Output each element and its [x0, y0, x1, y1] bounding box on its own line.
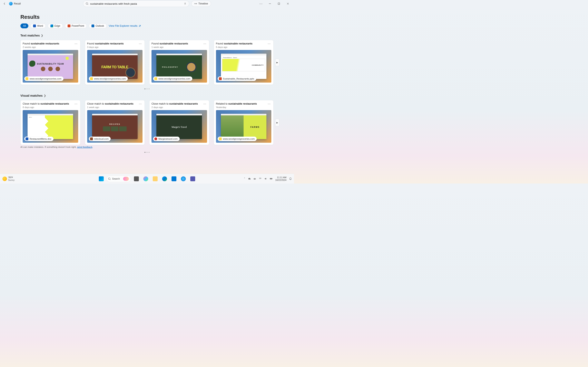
weather-widget[interactable]: 78°F Sunny — [0, 176, 15, 181]
web-icon — [154, 77, 157, 80]
teams-button[interactable] — [189, 175, 197, 183]
page-dot[interactable] — [145, 89, 145, 89]
card-title: Found sustainable restaurants — [23, 42, 59, 45]
visual-matches-heading[interactable]: Visual matches ❯ — [20, 94, 274, 97]
file-explorer-button[interactable] — [151, 175, 159, 183]
arrow-left-icon — [3, 2, 6, 5]
page-dot[interactable] — [145, 152, 145, 153]
close-button[interactable] — [283, 0, 292, 7]
card-more-button[interactable]: ⋯ — [203, 102, 207, 106]
timeline-button[interactable]: Timeline — [191, 1, 211, 7]
more-button[interactable]: ⋯ — [256, 0, 265, 7]
filter-word[interactable]: Word — [30, 24, 45, 28]
card-more-button[interactable]: ⋯ — [74, 42, 78, 45]
search-input[interactable] — [90, 2, 182, 5]
edge-button[interactable] — [160, 175, 169, 183]
search-bar[interactable] — [83, 0, 189, 7]
card-timestamp: 2 days ago — [151, 106, 207, 108]
chevron-right-icon: ❯ — [41, 34, 43, 37]
card-more-button[interactable]: ⋯ — [138, 42, 143, 45]
taskbar-search[interactable]: Search — [107, 175, 131, 182]
card-thumbnail: RECIPES relecloud.com — [87, 110, 143, 143]
result-card[interactable]: Related to sustainable restaurants ⋯ Yes… — [214, 100, 274, 145]
card-title: Close match to sustainable restaurants — [23, 102, 69, 105]
card-more-button[interactable]: ⋯ — [138, 102, 143, 106]
minimize-button[interactable] — [265, 0, 274, 7]
recall-icon — [181, 176, 186, 181]
source-chip: www.woodgrovegroceries.com — [218, 137, 257, 141]
cloud-icon[interactable] — [253, 177, 256, 180]
web-icon — [219, 137, 222, 140]
source-chip: RestaurantMenu.doc — [24, 137, 53, 141]
maximize-button[interactable] — [274, 0, 283, 7]
send-feedback-link[interactable]: send feedback — [77, 146, 93, 148]
search-area: Timeline — [83, 0, 211, 7]
card-title: Found sustainable restaurants — [87, 42, 124, 45]
card-title: Close match to sustainable restaurants — [151, 102, 198, 105]
web-icon — [26, 77, 28, 80]
page-dot[interactable] — [149, 152, 149, 153]
window-controls: ⋯ — [256, 0, 292, 7]
result-card[interactable]: Found sustainable restaurants ⋯ 5 days a… — [214, 40, 274, 85]
clock[interactable]: 11:11 AM 10/22/2024 — [275, 176, 286, 181]
back-button[interactable] — [2, 1, 7, 7]
page-dot[interactable] — [149, 89, 149, 89]
card-timestamp: 3 days ago — [87, 46, 143, 48]
result-card[interactable]: Found sustainable restaurants ⋯ 2 weeks … — [20, 40, 80, 85]
recall-taskbar-button[interactable] — [179, 175, 187, 183]
store-button[interactable] — [170, 175, 178, 183]
card-more-button[interactable]: ⋯ — [267, 102, 271, 106]
card-thumbnail: PHILOSOPHY www.woodgrovegroceries.com — [151, 50, 207, 83]
page-dot[interactable] — [147, 89, 147, 89]
card-title: Found sustainable restaurants — [151, 42, 188, 45]
onedrive-icon[interactable] — [248, 177, 251, 180]
result-card[interactable]: Close match to sustainable restaurants ⋯… — [85, 100, 145, 145]
folder-icon — [153, 176, 158, 181]
timeline-icon — [194, 2, 197, 5]
notifications-icon[interactable] — [289, 177, 292, 180]
result-card[interactable]: Close match to sustainable restaurants ⋯… — [20, 100, 80, 145]
battery-icon[interactable] — [270, 177, 273, 180]
volume-icon[interactable] — [264, 177, 267, 180]
word-icon — [33, 25, 36, 27]
source-chip: www.woodgrovegroceries.com — [89, 76, 128, 81]
windows-icon — [99, 176, 104, 181]
svg-point-3 — [108, 178, 110, 179]
filter-powerpoint[interactable]: PowerPoint — [65, 24, 87, 28]
page-dot[interactable] — [147, 152, 147, 153]
task-view-button[interactable] — [132, 175, 140, 183]
copilot-button[interactable] — [142, 175, 150, 183]
result-card[interactable]: Found sustainable restaurants ⋯ 3 days a… — [85, 40, 145, 85]
card-more-button[interactable]: ⋯ — [267, 42, 271, 45]
search-icon — [86, 2, 89, 5]
next-arrow-button[interactable]: ▶ — [275, 119, 279, 126]
start-button[interactable] — [97, 175, 105, 183]
results-heading: Results — [20, 14, 274, 20]
wifi-icon[interactable] — [259, 177, 262, 180]
card-more-button[interactable]: ⋯ — [74, 102, 78, 106]
text-matches-row: Found sustainable restaurants ⋯ 2 weeks … — [20, 40, 274, 85]
card-more-button[interactable]: ⋯ — [203, 42, 207, 45]
ai-disclaimer: AI can make mistakes. If something doesn… — [20, 146, 274, 148]
source-chip: relecloud.com — [89, 137, 111, 141]
microphone-icon[interactable] — [184, 2, 187, 5]
titlebar: Recall Timeline ⋯ — [0, 0, 294, 7]
view-file-explorer-link[interactable]: View File Explorer results — [109, 25, 141, 27]
next-arrow-button[interactable]: ▶ — [275, 59, 279, 66]
text-matches-heading[interactable]: Text matches ❯ — [20, 34, 274, 37]
filter-edge[interactable]: Edge — [48, 24, 63, 28]
outlook-icon — [91, 25, 94, 27]
filter-outlook[interactable]: Outlook — [89, 24, 107, 28]
filter-all[interactable]: All — [20, 24, 28, 28]
task-view-icon — [134, 176, 139, 181]
word-icon — [26, 137, 28, 140]
result-card[interactable]: Close match to sustainable restaurants ⋯… — [149, 100, 209, 145]
card-timestamp: 1 week ago — [151, 46, 207, 48]
copilot-icon — [143, 176, 148, 181]
card-title: Related to sustainable restaurants — [216, 102, 257, 105]
taskbar-center: Search — [97, 175, 197, 183]
chevron-right-icon: ❯ — [44, 94, 46, 97]
card-thumbnail: FARM TO TABLE www.woodgrovegroceries.com — [87, 50, 143, 83]
tray-chevron[interactable]: ˄ — [244, 177, 245, 180]
result-card[interactable]: Found sustainable restaurants ⋯ 1 week a… — [149, 40, 209, 85]
